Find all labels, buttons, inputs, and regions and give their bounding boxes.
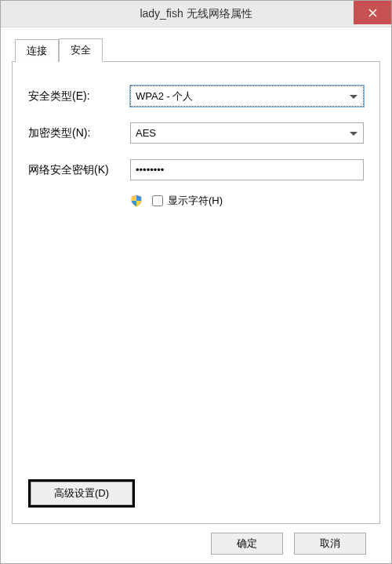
advanced-button-highlight: 高级设置(D) — [28, 479, 135, 508]
show-chars-label: 显示字符(H) — [168, 194, 223, 208]
dialog-body: 连接 安全 安全类型(E): WPA2 - 个人 加密类型(N): AES — [1, 27, 391, 563]
security-type-label: 安全类型(E): — [28, 89, 130, 104]
network-key-row: 网络安全密钥(K) — [28, 159, 364, 180]
tab-strip: 连接 安全 — [12, 38, 380, 62]
encryption-type-label: 加密类型(N): — [28, 126, 130, 140]
dialog-footer: 确定 取消 — [12, 524, 380, 563]
encryption-type-control: AES — [130, 122, 364, 144]
network-key-control — [130, 159, 364, 180]
window-title: lady_fish 无线网络属性 — [1, 7, 391, 21]
show-chars-row: 显示字符(H) — [130, 193, 364, 209]
shield-icon — [130, 195, 143, 207]
dialog-window: lady_fish 无线网络属性 连接 安全 安全类型(E): WPA2 - 个… — [0, 0, 392, 564]
encryption-type-row: 加密类型(N): AES — [28, 122, 364, 144]
close-icon — [368, 9, 377, 17]
titlebar: lady_fish 无线网络属性 — [1, 1, 391, 27]
security-panel: 安全类型(E): WPA2 - 个人 加密类型(N): AES 网络安全密钥(K… — [12, 62, 380, 524]
ok-button[interactable]: 确定 — [211, 533, 283, 555]
tab-security[interactable]: 安全 — [59, 38, 103, 62]
security-type-select[interactable]: WPA2 - 个人 — [130, 86, 364, 107]
tab-connect[interactable]: 连接 — [15, 39, 59, 62]
show-chars-checkbox[interactable] — [152, 195, 163, 206]
encryption-type-select[interactable]: AES — [130, 122, 364, 144]
advanced-settings-button[interactable]: 高级设置(D) — [31, 482, 132, 505]
network-key-input[interactable] — [130, 159, 364, 180]
cancel-button[interactable]: 取消 — [294, 533, 366, 555]
network-key-label: 网络安全密钥(K) — [28, 163, 130, 177]
security-type-row: 安全类型(E): WPA2 - 个人 — [28, 86, 364, 107]
close-button[interactable] — [354, 1, 391, 24]
security-type-control: WPA2 - 个人 — [130, 86, 364, 107]
